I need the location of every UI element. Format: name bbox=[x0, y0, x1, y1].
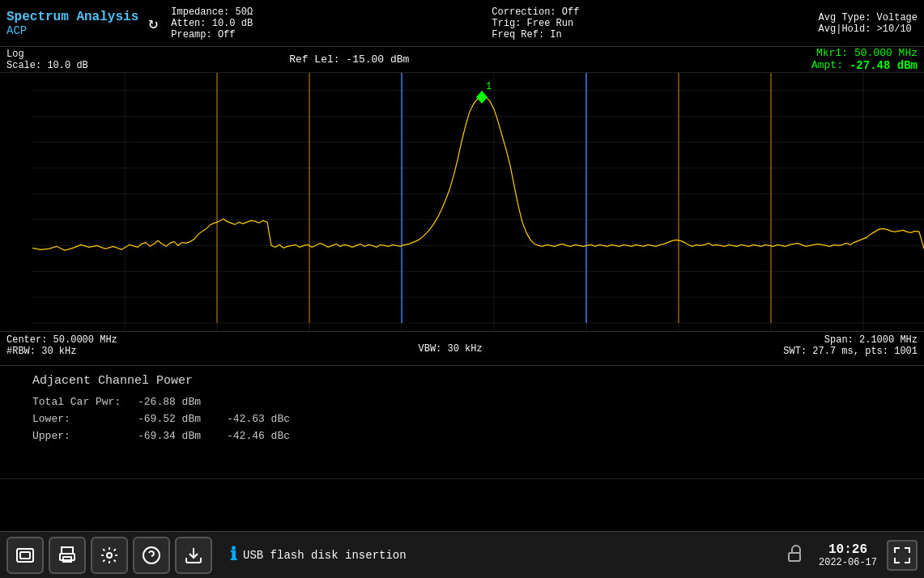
rbw: #RBW: 30 kHz bbox=[6, 346, 117, 357]
header: Spectrum Analysis ACP ↻ Impedance: 50Ω A… bbox=[0, 0, 924, 47]
help-button[interactable] bbox=[133, 537, 170, 574]
footer-right: Span: 2.1000 MHz SWT: 27.7 ms, pts: 1001 bbox=[783, 334, 918, 363]
acp-upper-row: Upper: -69.34 dBm -42.46 dBc bbox=[32, 430, 892, 442]
acp-title: Adjacent Channel Power bbox=[32, 374, 892, 388]
usb-message: USB flash disk insertion bbox=[243, 549, 407, 562]
toolbar-right: 10:26 2022-06-17 bbox=[786, 540, 918, 571]
scale-bar: Log Scale: 10.0 dB Ref Lel: -15.00 dBm M… bbox=[0, 47, 924, 73]
lower-val1: -69.52 dBm bbox=[138, 413, 227, 425]
print-button[interactable] bbox=[49, 537, 86, 574]
scale-type: Log bbox=[6, 49, 88, 60]
ref-level: Ref Lel: -15.00 dBm bbox=[289, 53, 409, 66]
acp-panel: Adjacent Channel Power Total Car Pwr: -2… bbox=[0, 366, 924, 479]
settings-button[interactable] bbox=[91, 537, 128, 574]
impedance-block: Impedance: 50Ω Atten: 10.0 dB Preamp: Of… bbox=[171, 6, 253, 40]
freq-ref-label: Freq Ref: In bbox=[492, 29, 579, 40]
span-value: Span: 2.1000 MHz bbox=[824, 334, 918, 346]
scale-left: Log Scale: 10.0 dB bbox=[6, 49, 88, 71]
svg-point-32 bbox=[107, 553, 112, 558]
total-car-val: -26.88 dBm bbox=[138, 396, 227, 408]
avg-type-label: Avg Type: Voltage bbox=[819, 12, 918, 23]
marker-block: Mkr1: 50.000 MHz Ampt: -27.48 dBm bbox=[811, 47, 918, 72]
app-title: Spectrum Analysis bbox=[6, 10, 138, 24]
trig-label: Trig: Free Run bbox=[492, 18, 579, 29]
acp-total-row: Total Car Pwr: -26.88 dBm bbox=[32, 396, 892, 408]
title-block: Spectrum Analysis ACP bbox=[6, 10, 138, 37]
atten-label: Atten: 10.0 dB bbox=[171, 18, 253, 29]
footer-center: VBW: 30 kHz bbox=[418, 334, 482, 363]
svg-rect-29 bbox=[62, 547, 73, 554]
upper-label: Upper: bbox=[32, 430, 138, 442]
time-block: 10:26 2022-06-17 bbox=[819, 542, 877, 568]
toolbar: ℹ USB flash disk insertion 10:26 2022-06… bbox=[0, 531, 924, 578]
info-icon: ℹ bbox=[230, 544, 236, 566]
avgtype-block: Avg Type: Voltage Avg|Hold: >10/10 bbox=[819, 12, 918, 35]
ampt-value: -27.48 dBm bbox=[849, 59, 918, 72]
upper-val2: -42.46 dBc bbox=[227, 430, 308, 442]
vbw: VBW: 30 kHz bbox=[418, 343, 482, 355]
svg-rect-36 bbox=[789, 553, 800, 561]
time-display: 10:26 bbox=[828, 542, 867, 557]
upper-val1: -69.34 dBm bbox=[138, 430, 227, 442]
svg-text:1: 1 bbox=[486, 81, 492, 92]
lock-icon bbox=[786, 544, 803, 566]
chart-container: dBm -25.0 -35.0 -45.0 -55.0 -65.0 -75.0 … bbox=[0, 73, 924, 332]
scale-value: Scale: 10.0 dB bbox=[6, 60, 88, 71]
correction-block: Correction: Off Trig: Free Run Freq Ref:… bbox=[492, 6, 579, 40]
footer-left: Center: 50.0000 MHz #RBW: 30 kHz bbox=[6, 334, 117, 363]
total-car-label: Total Car Pwr: bbox=[32, 396, 138, 408]
avg-hold-label: Avg|Hold: >10/10 bbox=[819, 23, 918, 35]
expand-button[interactable] bbox=[887, 540, 918, 571]
preamp-label: Preamp: Off bbox=[171, 29, 253, 40]
marker1-freq: 50.000 MHz bbox=[854, 47, 918, 59]
chart-footer: Center: 50.0000 MHz #RBW: 30 kHz VBW: 30… bbox=[0, 332, 924, 366]
svg-rect-0 bbox=[0, 73, 924, 331]
refresh-icon[interactable]: ↻ bbox=[148, 13, 158, 33]
center-freq: Center: 50.0000 MHz bbox=[6, 334, 117, 346]
date-display: 2022-06-17 bbox=[819, 557, 877, 568]
correction-label: Correction: Off bbox=[492, 6, 579, 18]
download-button[interactable] bbox=[175, 537, 212, 574]
lower-val2: -42.63 dBc bbox=[227, 413, 308, 425]
acp-lower-row: Lower: -69.52 dBm -42.63 dBc bbox=[32, 413, 892, 425]
mode-label: ACP bbox=[6, 24, 138, 37]
impedance-label: Impedance: 50Ω bbox=[171, 6, 253, 18]
lower-label: Lower: bbox=[32, 413, 138, 425]
spectrum-chart: 1 bbox=[0, 73, 924, 331]
usb-notification: ℹ USB flash disk insertion bbox=[230, 544, 407, 566]
marker1-label: Mkr1: bbox=[816, 47, 848, 59]
svg-rect-28 bbox=[20, 552, 30, 559]
ampt-label: Ampt: bbox=[811, 59, 843, 72]
screenshot-button[interactable] bbox=[6, 537, 44, 574]
swt-value: SWT: 27.7 ms, pts: 1001 bbox=[783, 346, 918, 357]
